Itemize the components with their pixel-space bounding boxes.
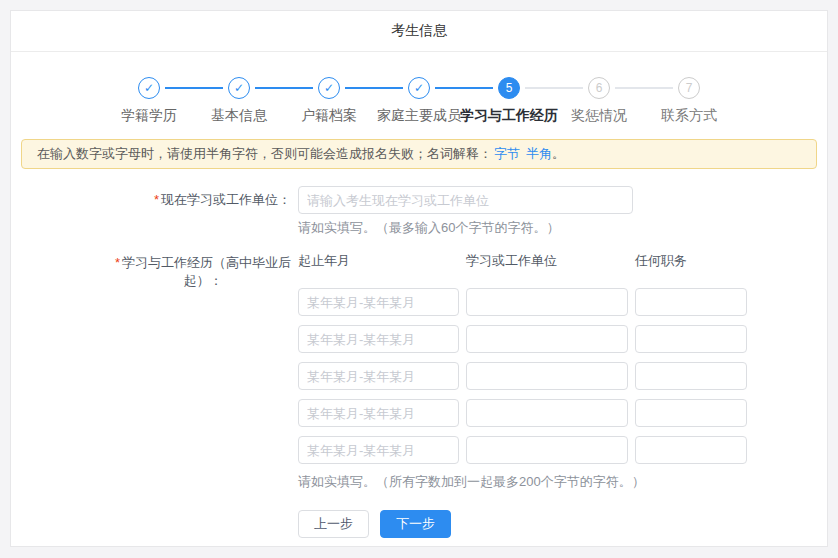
duty-input-5[interactable] <box>635 436 747 464</box>
current-unit-row: *现在学习或工作单位： 请如实填写。（最多输入60个字节的字符。） <box>11 186 827 237</box>
step-label: 学习与工作经历 <box>460 107 558 125</box>
period-input-2[interactable] <box>298 325 459 353</box>
history-row-4 <box>298 399 827 427</box>
check-icon: ✓ <box>414 81 424 95</box>
step-household-archive[interactable]: ✓ 户籍档案 <box>284 77 374 125</box>
history-row-1 <box>298 288 827 316</box>
duty-input-1[interactable] <box>635 288 747 316</box>
step-family-members[interactable]: ✓ 家庭主要成员 <box>374 77 464 125</box>
unit-input-5[interactable] <box>466 436 628 464</box>
wizard-stepper: ✓ 学籍学历 ✓ 基本信息 ✓ 户籍档案 ✓ 家庭主要成员 5 学习与工作经历 … <box>11 77 827 125</box>
history-label: *学习与工作经历（高中毕业后 起）： <box>11 252 291 290</box>
history-row-2 <box>298 325 827 353</box>
duty-input-4[interactable] <box>635 399 747 427</box>
current-unit-input[interactable] <box>298 186 633 214</box>
step-circle-done: ✓ <box>318 77 340 99</box>
step-circle-wait: 7 <box>678 77 700 99</box>
halfwidth-definition-link[interactable]: 半角 <box>526 145 552 163</box>
required-marker: * <box>115 255 120 270</box>
history-row-3 <box>298 362 827 390</box>
required-marker: * <box>154 192 159 207</box>
step-number: 6 <box>596 81 603 95</box>
byte-definition-link[interactable]: 字节 <box>494 145 520 163</box>
step-label: 联系方式 <box>661 107 717 125</box>
check-icon: ✓ <box>324 81 334 95</box>
step-number: 7 <box>686 81 693 95</box>
next-step-button[interactable]: 下一步 <box>380 510 451 538</box>
step-circle-done: ✓ <box>228 77 250 99</box>
candidate-form: *现在学习或工作单位： 请如实填写。（最多输入60个字节的字符。） *学习与工作… <box>11 186 827 538</box>
step-number: 5 <box>506 81 513 95</box>
step-label: 家庭主要成员 <box>377 107 461 125</box>
step-study-work-history[interactable]: 5 学习与工作经历 <box>464 77 554 125</box>
step-circle-done: ✓ <box>408 77 430 99</box>
column-header-unit: 学习或工作单位 <box>466 252 628 270</box>
check-icon: ✓ <box>234 81 244 95</box>
page-title: 考生信息 <box>391 22 447 40</box>
step-label: 学籍学历 <box>121 107 177 125</box>
step-basic-info[interactable]: ✓ 基本信息 <box>194 77 284 125</box>
unit-input-3[interactable] <box>466 362 628 390</box>
step-circle-wait: 6 <box>588 77 610 99</box>
column-header-period: 起止年月 <box>298 252 459 270</box>
check-icon: ✓ <box>144 81 154 95</box>
history-row-5 <box>298 436 827 464</box>
current-unit-label: *现在学习或工作单位： <box>11 186 291 214</box>
unit-input-4[interactable] <box>466 399 628 427</box>
notice-text: 在输入数字或字母时，请使用半角字符，否则可能会造成报名失败；名词解释： <box>37 145 492 163</box>
history-section: *学习与工作经历（高中毕业后 起）： 起止年月 学习或工作单位 任何职务 <box>11 252 827 538</box>
period-input-3[interactable] <box>298 362 459 390</box>
period-input-5[interactable] <box>298 436 459 464</box>
candidate-info-card: 考生信息 ✓ 学籍学历 ✓ 基本信息 ✓ 户籍档案 ✓ 家庭主要成员 5 学习与… <box>10 10 828 547</box>
period-input-4[interactable] <box>298 399 459 427</box>
history-help: 请如实填写。（所有字数加到一起最多200个字节的字符。） <box>298 473 827 491</box>
step-label: 基本信息 <box>211 107 267 125</box>
unit-input-2[interactable] <box>466 325 628 353</box>
prev-step-button[interactable]: 上一步 <box>298 510 369 538</box>
period-input-1[interactable] <box>298 288 459 316</box>
step-label: 户籍档案 <box>301 107 357 125</box>
page-title-bar: 考生信息 <box>11 11 827 52</box>
step-circle-current: 5 <box>498 77 520 99</box>
current-unit-help: 请如实填写。（最多输入60个字节的字符。） <box>298 219 827 237</box>
duty-input-3[interactable] <box>635 362 747 390</box>
halfwidth-notice-banner: 在输入数字或字母时，请使用半角字符，否则可能会造成报名失败；名词解释：字节半角。 <box>21 139 817 169</box>
history-column-headers: 起止年月 学习或工作单位 任何职务 <box>298 252 827 270</box>
notice-suffix: 。 <box>552 145 565 163</box>
step-contact-info[interactable]: 7 联系方式 <box>644 77 734 125</box>
step-school-record[interactable]: ✓ 学籍学历 <box>104 77 194 125</box>
unit-input-1[interactable] <box>466 288 628 316</box>
duty-input-2[interactable] <box>635 325 747 353</box>
column-header-duty: 任何职务 <box>635 252 747 270</box>
step-label: 奖惩情况 <box>571 107 627 125</box>
step-circle-done: ✓ <box>138 77 160 99</box>
step-rewards-punishments[interactable]: 6 奖惩情况 <box>554 77 644 125</box>
wizard-buttons: 上一步 下一步 <box>298 510 827 538</box>
